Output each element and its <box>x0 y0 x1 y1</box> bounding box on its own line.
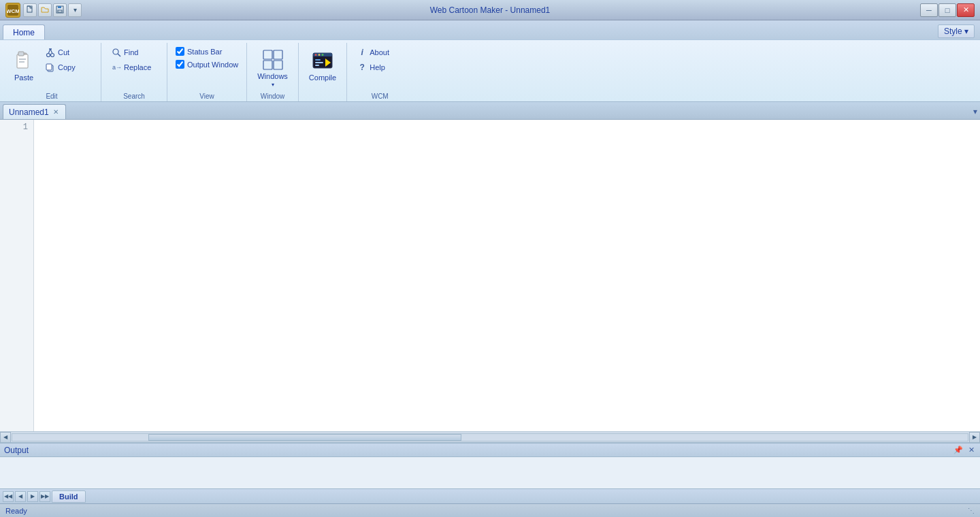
nav-next-button[interactable]: ▶ <box>27 491 38 502</box>
svg-rect-12 <box>18 52 24 56</box>
svg-rect-8 <box>58 6 61 8</box>
style-dropdown[interactable]: Style ▾ <box>938 24 975 38</box>
ribbon-group-window: Windows ▾ Window <box>247 43 299 101</box>
doc-tab-label: Unnamed1 <box>9 107 49 117</box>
svg-rect-13 <box>19 59 26 60</box>
svg-rect-26 <box>274 50 282 59</box>
line-number-1: 1 <box>5 122 28 132</box>
doc-tab-unnamed1[interactable]: Unnamed1 ✕ <box>3 104 66 119</box>
cut-button[interactable]: Cut <box>41 46 95 59</box>
h-scrollbar-track[interactable] <box>12 433 968 441</box>
editor-content[interactable] <box>34 120 980 431</box>
h-scrollbar-thumb[interactable] <box>148 434 461 441</box>
open-button[interactable] <box>38 3 52 17</box>
output-controls: 📌 ✕ <box>952 446 976 454</box>
doc-tab-bar: Unnamed1 ✕ ▾ <box>0 102 980 120</box>
svg-point-31 <box>315 54 317 56</box>
status-bar-label: Status Bar <box>187 48 222 56</box>
svg-rect-14 <box>19 61 24 63</box>
search-group-content: Find a→b Replace <box>107 46 161 91</box>
svg-point-22 <box>113 49 118 54</box>
paste-button[interactable]: Paste <box>8 46 39 86</box>
ribbon-group-compile: Compile <box>299 43 347 101</box>
help-button[interactable]: ? Help <box>353 61 407 74</box>
compile-button[interactable]: Compile <box>304 46 341 86</box>
ribbon-content: Paste Cut <box>0 39 980 101</box>
save-button[interactable] <box>53 3 67 17</box>
status-bar: Ready ⋱ <box>0 503 980 517</box>
editor-container: 1 <box>0 120 980 431</box>
doc-tab-dropdown[interactable]: ▾ <box>973 107 977 116</box>
about-label: About <box>370 48 389 56</box>
tab-home[interactable]: Home <box>3 24 45 39</box>
svg-point-33 <box>322 54 324 56</box>
build-tab[interactable]: Build <box>52 490 86 503</box>
help-label: Help <box>370 63 385 71</box>
windows-button[interactable]: Windows ▾ <box>252 46 293 91</box>
compile-label: Compile <box>309 73 336 82</box>
find-button[interactable]: Find <box>107 46 161 59</box>
minimize-button[interactable]: ─ <box>920 3 938 17</box>
paste-label: Paste <box>14 73 33 82</box>
output-title: Output <box>4 446 29 455</box>
status-bar-check[interactable]: Status Bar <box>173 46 241 57</box>
window-title: Web Cartoon Maker - Unnamed1 <box>430 5 551 15</box>
svg-point-16 <box>51 54 54 57</box>
ribbon-tab-row: Home Style ▾ <box>0 20 980 39</box>
view-group-label: View <box>199 93 214 100</box>
svg-line-17 <box>48 49 50 54</box>
scroll-right-button[interactable]: ▶ <box>969 432 980 443</box>
replace-button[interactable]: a→b Replace <box>107 61 161 74</box>
edit-group-content: Paste Cut <box>8 46 95 91</box>
find-replace-group: Find a→b Replace <box>107 46 161 74</box>
h-scrollbar: ◀ ▶ <box>0 431 980 442</box>
ribbon-group-wcm: i About ? Help WCM <box>347 43 412 101</box>
new-button[interactable] <box>23 3 37 17</box>
ribbon-group-search: Find a→b Replace Search <box>101 43 167 101</box>
extra-button[interactable]: ▾ <box>68 3 82 17</box>
about-icon: i <box>357 48 367 57</box>
output-window-checkbox[interactable] <box>176 60 184 69</box>
svg-line-23 <box>118 54 120 56</box>
nav-prev-button[interactable]: ◀ <box>15 491 26 502</box>
output-window-check[interactable]: Output Window <box>173 59 241 70</box>
svg-rect-35 <box>315 62 323 63</box>
ribbon-group-edit: Paste Cut <box>3 43 101 101</box>
maximize-button[interactable]: □ <box>938 3 956 17</box>
output-header: Output 📌 ✕ <box>0 444 980 457</box>
copy-button[interactable]: Copy <box>41 61 95 74</box>
nav-first-button[interactable]: ◀◀ <box>3 491 14 502</box>
svg-text:WCM: WCM <box>7 8 19 14</box>
close-button[interactable]: ✕ <box>957 3 975 17</box>
title-bar-controls-left: ▾ <box>23 3 82 17</box>
resize-grip[interactable]: ⋱ <box>968 507 975 514</box>
window-group-label: Window <box>261 93 285 100</box>
output-panel: Output 📌 ✕ ◀◀ ◀ ▶ ▶▶ Build <box>0 442 980 503</box>
about-button[interactable]: i About <box>353 46 407 59</box>
scroll-left-button[interactable]: ◀ <box>0 432 11 443</box>
windows-label: Windows <box>257 72 288 80</box>
title-bar-left: WCM ▾ <box>5 3 82 18</box>
window-group-content: Windows ▾ <box>252 46 293 91</box>
svg-rect-21 <box>46 64 52 70</box>
status-bar-checkbox[interactable] <box>176 47 184 56</box>
wcm-group-content: i About ? Help <box>353 46 407 91</box>
bottom-tabs: ◀◀ ◀ ▶ ▶▶ Build <box>0 488 980 503</box>
output-close-button[interactable]: ✕ <box>967 446 976 454</box>
output-pin-button[interactable]: 📌 <box>952 446 964 454</box>
svg-rect-36 <box>315 65 319 66</box>
ribbon-group-view: Status Bar Output Window View <box>167 43 247 101</box>
doc-area: Unnamed1 ✕ ▾ 1 ◀ ▶ <box>0 102 980 442</box>
nav-last-button[interactable]: ▶▶ <box>39 491 50 502</box>
output-window-label: Output Window <box>187 61 238 69</box>
output-content <box>0 457 980 488</box>
line-numbers: 1 <box>0 120 34 431</box>
view-group-content: Status Bar Output Window <box>173 46 241 91</box>
search-group-label: Search <box>123 93 145 100</box>
edit-group-label: Edit <box>46 93 57 100</box>
doc-tab-close-button[interactable]: ✕ <box>53 108 59 116</box>
svg-rect-9 <box>58 10 62 12</box>
svg-point-32 <box>318 54 321 56</box>
svg-point-15 <box>47 54 50 57</box>
app-logo: WCM <box>5 3 20 18</box>
